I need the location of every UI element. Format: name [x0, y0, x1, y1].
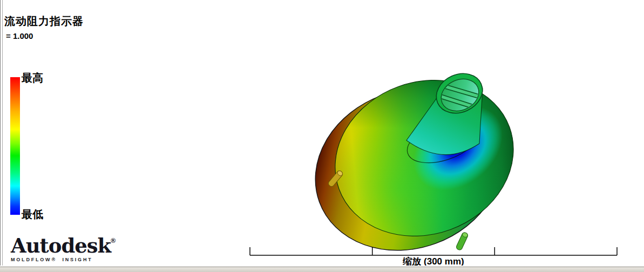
registered-trademark-icon: ® [111, 237, 116, 244]
legend-max-label: 最高 [22, 71, 43, 85]
legend-min-label: 最低 [22, 207, 43, 222]
model-viewport[interactable] [300, 57, 543, 259]
legend-gradient-bar [10, 77, 20, 215]
moldflow-insight-subtitle: MOLDFLOW® INSIGHT [11, 257, 116, 262]
window-left-border [0, 0, 3, 272]
scale-bar-label: 缩放 (300 mm) [351, 255, 516, 268]
flow-model-part[interactable] [300, 57, 535, 259]
autodesk-logo: Autodesk® MOLDFLOW® INSIGHT [11, 236, 116, 262]
autodesk-wordmark: Autodesk [11, 234, 111, 257]
plot-title: 流动阻力指示器 [4, 14, 84, 29]
status-bar [0, 267, 644, 272]
plot-value: = 1.000 [6, 31, 33, 40]
